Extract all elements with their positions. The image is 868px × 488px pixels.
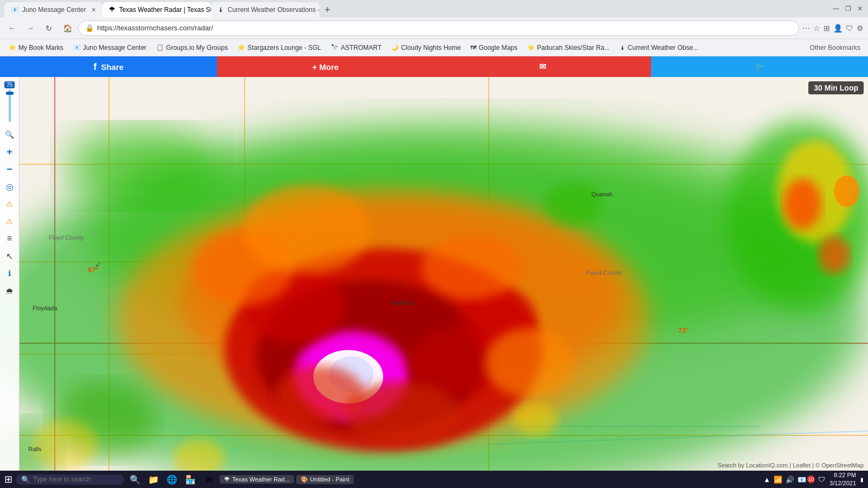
other-bookmarks[interactable]: Other Bookmarks <box>807 43 864 53</box>
taskbar-search-input[interactable] <box>33 476 119 483</box>
show-desktop-button[interactable]: ▮ <box>860 477 864 483</box>
taskbar-pinned-apps: 🔍 📁 🌐 🏪 ✉ <box>127 472 216 487</box>
bookmark-icon: 🗺 <box>470 44 476 51</box>
map-container[interactable]: 75 🔍 + − ◎ ⚠ ⚠ ≡ ↖ ℹ <box>0 77 868 471</box>
layers-icon: ≡ <box>7 234 12 243</box>
rain-button[interactable]: 🌧 <box>2 283 17 298</box>
taskbar-app-files[interactable]: 📁 <box>146 472 161 487</box>
bookmark-icon: 📧 <box>73 44 81 51</box>
extensions-icon[interactable]: ⋯ <box>802 24 810 33</box>
bookmark-label: My Book Marks <box>18 44 63 52</box>
tray-up-arrow[interactable]: ▲ <box>763 476 770 484</box>
bookmark-juno[interactable]: 📧 Juno Message Center <box>69 43 151 53</box>
address-bar: ← → ↻ 🏠 🔒 https://texasstormchasers.com/… <box>0 17 868 39</box>
floyd-county-label: Floyd County <box>49 234 84 241</box>
loop-label: 30 Min Loop <box>808 81 864 94</box>
search-toolbar-button[interactable]: 🔍 <box>2 127 17 142</box>
browser-extension-icons: ⋯ ☆ ⊞ 👤 🛡 ⚙ <box>802 24 864 33</box>
taskbar-app-mail[interactable]: ✉ <box>201 472 216 487</box>
bookmark-weather-obs[interactable]: 🌡 Current Weather Obse... <box>615 43 703 53</box>
bookmark-stargazers[interactable]: ⭐ Stargazers Lounge - SGL <box>233 43 326 53</box>
twitter-share-button[interactable]: 🐦 <box>651 56 868 77</box>
quanah-label: Quanah <box>591 191 612 197</box>
more-share-button[interactable]: + More <box>217 56 434 77</box>
tab-juno-message-center[interactable]: 📧 Juno Message Center ✕ <box>4 2 103 17</box>
arrow-button[interactable]: ↖ <box>2 248 17 264</box>
layers-button[interactable]: ≡ <box>2 231 17 246</box>
plus-icon: + <box>7 146 12 158</box>
address-input-field[interactable]: 🔒 https://texasstormchasers.com/radar/ <box>78 21 799 36</box>
notification-badge: 10 <box>807 476 815 483</box>
weather-app-icon: 🌩 <box>224 476 230 483</box>
tray-security-icon[interactable]: 🛡 <box>818 476 825 484</box>
start-button[interactable]: ⊞ <box>4 473 12 485</box>
bookmark-cloudy[interactable]: 🌙 Cloudy Nights Home <box>387 43 465 53</box>
svg-point-25 <box>66 128 218 204</box>
minimize-button[interactable]: — <box>832 5 840 12</box>
back-button[interactable]: ← <box>4 21 20 36</box>
arrow-icon: ↖ <box>6 251 13 261</box>
refresh-button[interactable]: ↻ <box>41 21 56 36</box>
bookmark-paducah[interactable]: ⭐ Paducah Skies/Star Ra... <box>523 43 614 53</box>
tray-icons: ▲ 📶 🔊 📧 10 🛡 <box>763 476 825 484</box>
maximize-button[interactable]: ❐ <box>844 5 852 12</box>
favorites-icon[interactable]: ☆ <box>813 24 820 33</box>
collections-icon[interactable]: ⊞ <box>824 24 830 33</box>
floydada-label: Floydada <box>33 305 57 311</box>
svg-point-4 <box>783 178 821 229</box>
paint-window-label: Untitled - Paint <box>310 476 349 483</box>
weather-window-label: Texas Weather Rad... <box>232 476 290 483</box>
email-share-button[interactable]: ✉ <box>434 56 651 77</box>
home-button[interactable]: 🏠 <box>60 21 75 36</box>
shield-icon: 🛡 <box>846 24 853 33</box>
slider-thumb[interactable] <box>6 92 14 95</box>
taskbar-app-store[interactable]: 🏪 <box>183 472 198 487</box>
bookmark-mybooks[interactable]: ⭐ My Book Marks <box>4 43 68 53</box>
new-tab-button[interactable]: + <box>320 2 335 17</box>
zoom-out-button[interactable]: − <box>2 162 17 177</box>
bookmark-icon: ⭐ <box>238 44 245 51</box>
slider-track[interactable] <box>9 89 11 122</box>
tray-message-icon[interactable]: 📧 <box>797 476 806 484</box>
zoom-in-button[interactable]: + <box>2 144 17 159</box>
forward-button[interactable]: → <box>23 21 38 36</box>
alert-button-1[interactable]: ⚠ <box>2 196 17 211</box>
tab-texas-weather[interactable]: 🌩 Texas Weather Radar | Texas St... ✕ <box>103 2 211 17</box>
facebook-icon: f <box>93 61 97 73</box>
taskbar-search[interactable]: 🔍 <box>16 474 124 485</box>
temp-67: 67° <box>88 266 99 274</box>
taskbar-window-paint[interactable]: 🎨 Untitled - Paint <box>296 475 354 484</box>
tray-network-icon[interactable]: 📶 <box>774 476 782 484</box>
info-button[interactable]: ℹ <box>2 266 17 281</box>
zoom-slider[interactable]: 75 <box>3 81 16 125</box>
tray-volume-icon[interactable]: 🔊 <box>786 476 794 484</box>
settings-icon[interactable]: ⚙ <box>857 24 864 33</box>
svg-point-28 <box>513 404 558 436</box>
paducah-label: Paducah <box>391 299 414 306</box>
close-button[interactable]: ✕ <box>856 5 864 12</box>
bookmarks-bar: ⭐ My Book Marks 📧 Juno Message Center 📋 … <box>0 39 868 56</box>
profile-icon[interactable]: 👤 <box>833 24 843 33</box>
tab-current-weather[interactable]: 🌡 Current Weather Observations - W... ✕ <box>211 2 320 17</box>
twitter-icon: 🐦 <box>755 62 765 72</box>
taskbar-window-weather[interactable]: 🌩 Texas Weather Rad... <box>220 475 294 484</box>
tab-close-btn[interactable]: ✕ <box>91 7 96 14</box>
taskbar-app-search[interactable]: 🔍 <box>127 472 143 487</box>
bookmark-maps[interactable]: 🗺 Google Maps <box>466 43 521 53</box>
locate-button[interactable]: ◎ <box>2 179 17 194</box>
bookmark-astromart[interactable]: 🔭 ASTROMART <box>327 43 386 53</box>
clock-date: 3/12/2021 <box>829 479 856 487</box>
svg-point-20 <box>244 185 371 274</box>
bookmark-label: Stargazers Lounge - SGL <box>247 44 321 52</box>
system-clock[interactable]: 8:22 PM 3/12/2021 <box>829 471 856 488</box>
bookmark-groups[interactable]: 📋 Groups.io My Groups <box>152 43 232 53</box>
facebook-share-button[interactable]: f Share <box>0 56 217 77</box>
bookmark-icon: 🌡 <box>620 44 626 51</box>
alert-button-2[interactable]: ⚠ <box>2 214 17 229</box>
taskbar-app-edge[interactable]: 🌐 <box>164 472 180 487</box>
bookmark-icon: ⭐ <box>9 44 16 51</box>
left-toolbar: 75 🔍 + − ◎ ⚠ ⚠ ≡ ↖ ℹ <box>0 77 20 471</box>
url-text: https://texasstormchasers.com/radar/ <box>97 24 213 32</box>
tab-favicon: 🌩 <box>109 6 116 14</box>
foard-county-label: Foard County <box>586 269 622 276</box>
